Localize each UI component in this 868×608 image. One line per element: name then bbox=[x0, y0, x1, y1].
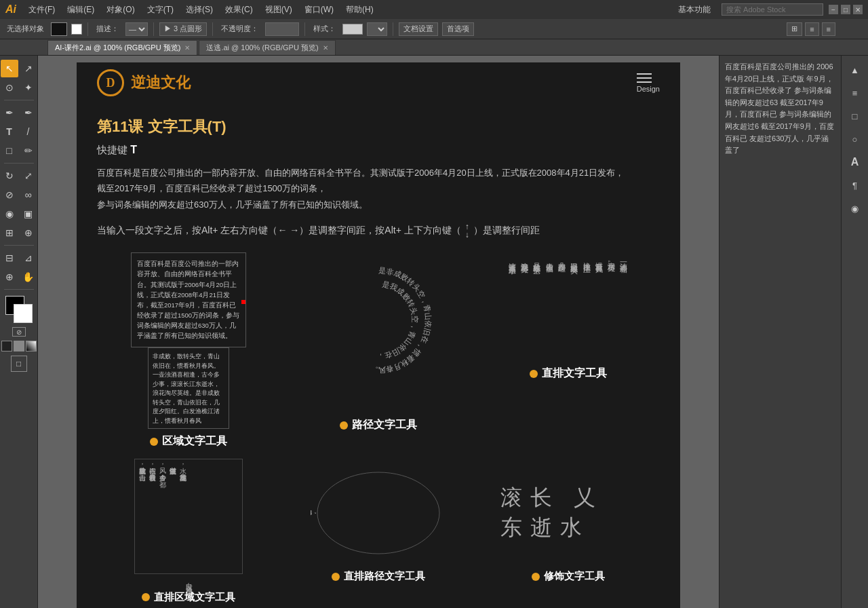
workspace-selector[interactable]: 基本功能 bbox=[673, 3, 716, 17]
brand-name: 逆迪文化 bbox=[131, 73, 191, 93]
points-selector[interactable]: ▶ 3 点圆形 bbox=[159, 22, 207, 36]
panel-scroll-up[interactable]: ▲ bbox=[845, 60, 865, 80]
shape-tool[interactable]: □ bbox=[1, 142, 18, 159]
close-button[interactable]: ✕ bbox=[853, 5, 863, 14]
vert-area-col-5: 水，浪花淘尽英雄 bbox=[178, 462, 187, 571]
color-mode-3[interactable] bbox=[26, 341, 37, 352]
tab-bar: AI-课件2.ai @ 100% (RGB/GPU 预览) ✕ 送逃.ai @ … bbox=[0, 39, 868, 56]
type-tool[interactable]: T bbox=[1, 123, 18, 140]
no-color-btn[interactable]: ⊘ bbox=[12, 327, 26, 337]
vert-area-col-2: 依旧在，惯看秋月春 bbox=[148, 462, 157, 571]
desc-line-1: 百度百科是百度公司推出的一部内容开放、自由的网络百科全书平台。其测试版于2006… bbox=[97, 165, 660, 180]
distort-tools: ⊘ ∞ bbox=[1, 186, 37, 204]
orange-dot-5 bbox=[332, 573, 340, 581]
vertical-area-label-wrap: 直排区域文字工具 bbox=[142, 591, 235, 604]
stroke-select[interactable]: — bbox=[125, 22, 148, 36]
stroke-color-box[interactable] bbox=[51, 22, 67, 36]
add-anchor-tool[interactable]: ✒ bbox=[20, 104, 37, 121]
tool-examples-row-2: 非成败转头空，青山 依旧在，惯看秋月春 风，古今多少，都 付笑谈中江东逝 水，浪… bbox=[97, 459, 660, 604]
shear-tool[interactable]: ⊘ bbox=[1, 186, 18, 204]
right-panel-text: 百度百科是百度公司推出的 2006年4月20日上线，正式版 年9月，百度百科已经… bbox=[725, 61, 835, 157]
stroke-label: 描述： bbox=[94, 22, 121, 35]
shortcut-text: 快捷键 bbox=[97, 144, 130, 155]
doc-settings-button[interactable]: 文档设置 bbox=[399, 22, 438, 36]
panel-toggle-button[interactable]: ⊞ bbox=[787, 22, 802, 36]
tab-1[interactable]: AI-课件2.ai @ 100% (RGB/GPU 预览) ✕ bbox=[47, 40, 197, 55]
app-logo: Ai bbox=[5, 3, 16, 16]
menu-help[interactable]: 帮助(H) bbox=[340, 3, 379, 17]
text-overflow-indicator bbox=[241, 300, 245, 304]
fill-color-box[interactable] bbox=[71, 24, 82, 35]
scale-tool[interactable]: ⤢ bbox=[20, 167, 37, 185]
shape-builder-tool[interactable]: ⊕ bbox=[20, 224, 37, 242]
screen-mode-btn[interactable]: □ bbox=[11, 356, 27, 372]
paintbrush-tool[interactable]: ✏ bbox=[20, 142, 37, 159]
tool-examples-row-1: 百度百科是百度公司推出的一部内容开放、自由的网络百科全书平台。其测试版于2006… bbox=[97, 252, 660, 449]
tools-panel: ↖ ↗ ⊙ ✦ ✒ ✒ T / □ ✏ ↻ ⤢ ⊘ ∞ ◉ bbox=[0, 56, 38, 608]
background-color[interactable] bbox=[14, 304, 33, 323]
line-tool[interactable]: / bbox=[20, 123, 37, 140]
preferences-button[interactable]: 首选项 bbox=[442, 22, 474, 36]
design-label: Design bbox=[637, 85, 660, 93]
hand-tool[interactable]: ✋ bbox=[20, 268, 37, 286]
minimize-button[interactable]: − bbox=[829, 5, 838, 14]
eyedropper-tool[interactable]: ◉ bbox=[1, 205, 18, 223]
menu-file[interactable]: 文件(F) bbox=[23, 3, 60, 17]
lesson-content: 第11课 文字工具(T) 快捷键 T 百度百科是百度公司推出的一部内容开放、自由… bbox=[77, 103, 680, 608]
tool-sep-2 bbox=[4, 163, 34, 164]
tab-1-close[interactable]: ✕ bbox=[184, 44, 190, 52]
brand-d-logo: D bbox=[106, 76, 115, 90]
maximize-button[interactable]: □ bbox=[841, 5, 850, 14]
direct-select-tool[interactable]: ↗ bbox=[20, 60, 37, 77]
panel-align[interactable]: ≡ bbox=[845, 83, 865, 103]
color-mode-2[interactable] bbox=[14, 341, 24, 352]
panel-para[interactable]: ¶ bbox=[845, 175, 865, 195]
panel-glyph[interactable]: ◉ bbox=[845, 198, 865, 218]
opacity-input[interactable]: 100% bbox=[265, 22, 299, 36]
hamburger-menu[interactable]: Design bbox=[637, 73, 660, 93]
style-select[interactable] bbox=[367, 22, 387, 36]
description-text: 百度百科是百度公司推出的一部内容开放、自由的网络百科全书平台。其测试版于2006… bbox=[97, 165, 660, 212]
artboard-tool[interactable]: ⊟ bbox=[1, 249, 18, 267]
canvas-area[interactable]: D 逆迪文化 Design 第11课 bbox=[38, 56, 719, 608]
lasso-tool[interactable]: ⊙ bbox=[1, 79, 18, 96]
blend-tool[interactable]: ∞ bbox=[20, 186, 37, 204]
stock-search[interactable] bbox=[722, 3, 823, 16]
vertical-area-box: 非成败转头空，青山 依旧在，惯看秋月春 风，古今多少，都 付笑谈中江东逝 水，浪… bbox=[134, 459, 243, 574]
panel-circle[interactable]: ○ bbox=[845, 129, 865, 149]
selection-tool[interactable]: ↖ bbox=[1, 60, 18, 77]
panel-rect[interactable]: □ bbox=[845, 106, 865, 126]
right-side: 百度百科是百度公司推出的 2006年4月20日上线，正式版 年9月，百度百科已经… bbox=[719, 56, 868, 608]
shape-tools: □ ✏ bbox=[1, 142, 37, 159]
pen-tool[interactable]: ✒ bbox=[1, 104, 18, 121]
menu-view[interactable]: 视图(V) bbox=[260, 3, 298, 17]
menu-type[interactable]: 文字(T) bbox=[142, 3, 179, 17]
separator-3 bbox=[212, 22, 213, 36]
mesh-tools: ⊞ ⊕ bbox=[1, 224, 37, 242]
menu-edit[interactable]: 编辑(E) bbox=[62, 3, 100, 17]
menu-effect[interactable]: 效果(C) bbox=[220, 3, 258, 17]
color-mode-1[interactable] bbox=[1, 341, 12, 352]
rotate-tool[interactable]: ↻ bbox=[1, 167, 18, 185]
slice-tool[interactable]: ⊿ bbox=[20, 249, 37, 267]
menu-object[interactable]: 对象(O) bbox=[101, 3, 140, 17]
vertical-path-example: 非成败转头空，白发渔樵江渚上惯看秋月春风，滚滚长江东逝水浪花淘尽英雄。 直排路径… bbox=[287, 459, 470, 604]
mini-tools-panel: ▲ ≡ □ ○ A ¶ ◉ bbox=[841, 56, 868, 608]
path-text-box: 是非成败转头空，青山依旧在，惯看秋月春风。 是我成败转头空，青山依旧在， bbox=[311, 252, 446, 415]
desc-line-2: 截至2017年9月，百度百科已经收录了超过1500万的词条， bbox=[97, 180, 660, 196]
menu-select[interactable]: 选择(S) bbox=[180, 3, 218, 17]
style-swatch[interactable] bbox=[342, 24, 363, 35]
decoration-box: 滚长 乂 东逝水 bbox=[500, 459, 636, 567]
menu-window[interactable]: 窗口(W) bbox=[299, 3, 339, 17]
tab-2[interactable]: 送逃.ai @ 100% (RGB/GPU 预览) ✕ bbox=[199, 40, 335, 55]
mesh-tool[interactable]: ⊞ bbox=[1, 224, 18, 242]
zoom-tool[interactable]: ⊕ bbox=[1, 268, 18, 286]
gradient-tool[interactable]: ▣ bbox=[20, 205, 37, 223]
more-button[interactable]: ≡ bbox=[822, 22, 835, 36]
up-down-arrows: ↑↓ bbox=[465, 223, 469, 239]
magic-wand-tool[interactable]: ✦ bbox=[20, 79, 37, 96]
arrange-button[interactable]: ≡ bbox=[805, 22, 818, 36]
tab-2-close[interactable]: ✕ bbox=[323, 44, 328, 52]
vert-col-3: 是非成败转头空 bbox=[532, 256, 542, 357]
panel-type[interactable]: A bbox=[845, 152, 865, 172]
